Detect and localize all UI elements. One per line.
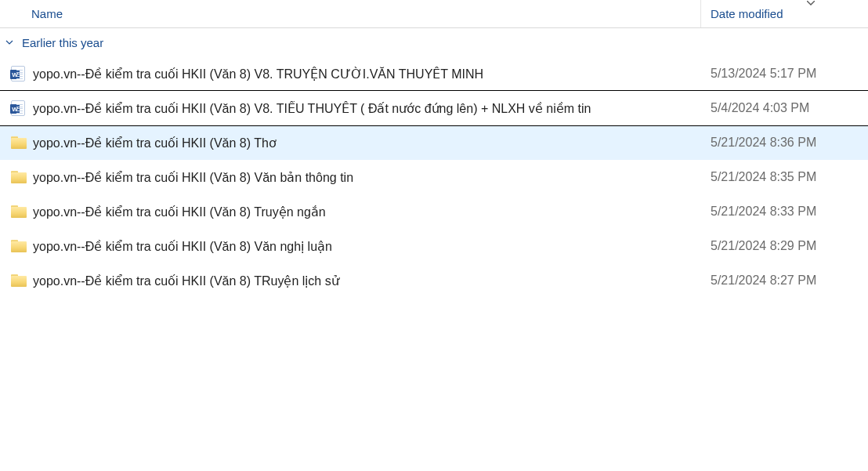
file-row[interactable]: yopo.vn--Đề kiểm tra cuối HKII (Văn 8) V… bbox=[0, 91, 868, 125]
file-row[interactable]: yopo.vn--Đề kiểm tra cuối HKII (Văn 8) V… bbox=[0, 229, 868, 263]
column-header-name[interactable]: Name bbox=[0, 0, 701, 27]
file-name: yopo.vn--Đề kiểm tra cuối HKII (Văn 8) V… bbox=[33, 101, 701, 116]
file-row[interactable]: yopo.vn--Đề kiểm tra cuối HKII (Văn 8) T… bbox=[0, 194, 868, 229]
file-row[interactable]: yopo.vn--Đề kiểm tra cuối HKII (Văn 8) V… bbox=[0, 56, 868, 91]
file-name: yopo.vn--Đề kiểm tra cuối HKII (Văn 8) T… bbox=[33, 205, 701, 219]
file-name: yopo.vn--Đề kiểm tra cuối HKII (Văn 8) V… bbox=[33, 239, 701, 254]
column-header-date-label: Date modified bbox=[711, 7, 783, 20]
file-date: 5/21/2024 8:29 PM bbox=[701, 239, 868, 253]
file-row[interactable]: yopo.vn--Đề kiểm tra cuối HKII (Văn 8) T… bbox=[0, 263, 868, 298]
folder-icon bbox=[11, 240, 33, 252]
file-date: 5/21/2024 8:36 PM bbox=[701, 136, 868, 150]
file-name: yopo.vn--Đề kiểm tra cuối HKII (Văn 8) T… bbox=[33, 136, 701, 150]
file-date: 5/21/2024 8:27 PM bbox=[701, 274, 868, 288]
file-date: 5/4/2024 4:03 PM bbox=[701, 101, 868, 115]
folder-icon bbox=[11, 274, 33, 287]
file-date: 5/21/2024 8:35 PM bbox=[701, 170, 868, 184]
file-name: yopo.vn--Đề kiểm tra cuối HKII (Văn 8) V… bbox=[33, 67, 701, 82]
word-document-icon bbox=[11, 66, 33, 82]
file-name: yopo.vn--Đề kiểm tra cuối HKII (Văn 8) V… bbox=[33, 170, 701, 185]
file-name: yopo.vn--Đề kiểm tra cuối HKII (Văn 8) T… bbox=[33, 274, 701, 288]
file-row[interactable]: yopo.vn--Đề kiểm tra cuối HKII (Văn 8) V… bbox=[0, 160, 868, 194]
column-headers: Name Date modified bbox=[0, 0, 868, 28]
word-document-icon bbox=[11, 100, 33, 116]
file-row[interactable]: yopo.vn--Đề kiểm tra cuối HKII (Văn 8) T… bbox=[0, 125, 868, 160]
column-header-name-label: Name bbox=[31, 7, 63, 20]
group-header[interactable]: Earlier this year bbox=[0, 28, 868, 56]
file-date: 5/21/2024 8:33 PM bbox=[701, 205, 868, 219]
folder-icon bbox=[11, 171, 33, 183]
chevron-down-icon bbox=[5, 38, 14, 46]
folder-icon bbox=[11, 205, 33, 218]
column-header-date[interactable]: Date modified bbox=[701, 0, 868, 27]
group-header-label: Earlier this year bbox=[22, 36, 103, 49]
file-date: 5/13/2024 5:17 PM bbox=[701, 67, 868, 81]
folder-icon bbox=[11, 136, 33, 149]
sort-indicator-icon bbox=[807, 0, 815, 7]
file-list: yopo.vn--Đề kiểm tra cuối HKII (Văn 8) V… bbox=[0, 56, 868, 298]
file-explorer-pane: Name Date modified Earlier this year yop… bbox=[0, 0, 868, 471]
